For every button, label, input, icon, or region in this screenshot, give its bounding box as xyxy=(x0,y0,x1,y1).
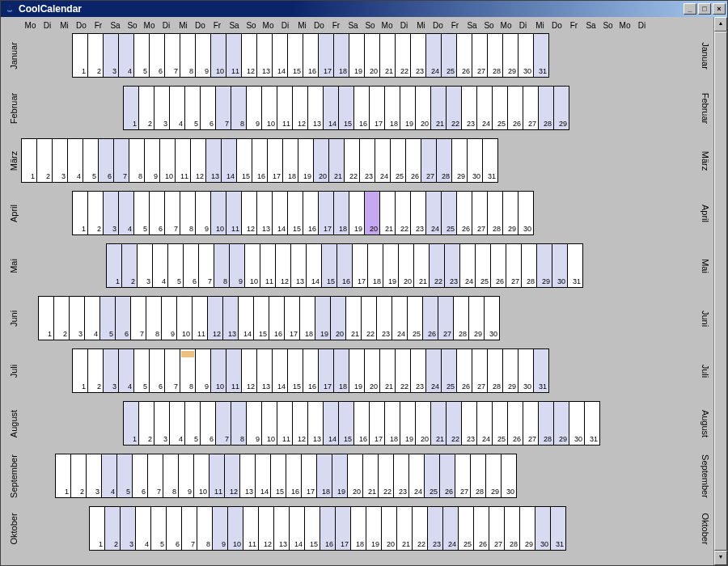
day-cell[interactable]: 25 xyxy=(492,401,508,446)
day-cell[interactable]: 24 xyxy=(425,33,442,78)
day-cell[interactable]: 7 xyxy=(113,138,129,183)
day-cell[interactable]: 28 xyxy=(538,401,554,446)
day-cell[interactable]: 2 xyxy=(138,86,154,130)
day-cell[interactable]: 8 xyxy=(180,348,196,393)
day-cell[interactable]: 21 xyxy=(430,401,447,446)
day-cell[interactable]: 4 xyxy=(84,296,100,340)
day-cell[interactable]: 28 xyxy=(453,296,469,340)
day-cell[interactable]: 6 xyxy=(98,138,114,183)
day-cell[interactable]: 19 xyxy=(349,348,365,393)
day-cell[interactable]: 20 xyxy=(381,506,397,551)
day-cell[interactable]: 29 xyxy=(502,33,518,78)
day-cell[interactable]: 2 xyxy=(138,401,154,446)
day-cell[interactable]: 5 xyxy=(167,243,184,288)
day-cell[interactable]: 10 xyxy=(261,401,277,446)
day-cell[interactable]: 28 xyxy=(487,33,503,78)
day-cell[interactable]: 19 xyxy=(315,296,331,340)
day-cell[interactable]: 18 xyxy=(367,243,383,288)
day-cell[interactable]: 24 xyxy=(425,348,442,393)
day-cell[interactable]: 24 xyxy=(425,191,442,235)
day-cell[interactable]: 15 xyxy=(236,138,252,183)
day-cell[interactable]: 25 xyxy=(458,506,474,551)
day-cell[interactable]: 3 xyxy=(52,138,68,183)
day-cell[interactable]: 8 xyxy=(146,296,162,340)
day-cell[interactable]: 14 xyxy=(306,243,322,288)
day-cell[interactable]: 26 xyxy=(456,191,472,235)
day-cell[interactable]: 23 xyxy=(444,243,460,288)
day-cell[interactable]: 19 xyxy=(349,191,365,235)
day-cell[interactable]: 14 xyxy=(221,138,237,183)
day-cell[interactable]: 1 xyxy=(123,86,139,130)
day-cell[interactable]: 20 xyxy=(330,296,346,340)
day-cell[interactable]: 15 xyxy=(338,401,354,446)
day-cell[interactable]: 8 xyxy=(231,401,247,446)
day-cell[interactable]: 23 xyxy=(410,191,426,235)
day-cell[interactable]: 30 xyxy=(535,506,551,551)
day-cell[interactable]: 14 xyxy=(272,348,288,393)
day-cell[interactable]: 5 xyxy=(83,138,99,183)
day-cell[interactable]: 1 xyxy=(89,506,105,551)
day-cell[interactable]: 6 xyxy=(115,296,131,340)
day-cell[interactable]: 6 xyxy=(200,401,216,446)
day-cell[interactable]: 9 xyxy=(246,86,262,130)
day-cell[interactable]: 5 xyxy=(133,33,150,78)
day-cell[interactable]: 19 xyxy=(332,454,348,498)
day-cell[interactable]: 3 xyxy=(154,86,170,130)
day-cell[interactable]: 16 xyxy=(353,86,370,130)
day-cell[interactable]: 27 xyxy=(523,401,539,446)
day-cell[interactable]: 4 xyxy=(169,401,185,446)
day-cell[interactable]: 10 xyxy=(261,86,277,130)
day-cell[interactable]: 12 xyxy=(224,454,240,498)
day-cell[interactable]: 23 xyxy=(461,401,477,446)
day-cell[interactable]: 7 xyxy=(164,191,180,235)
day-cell[interactable]: 2 xyxy=(87,348,104,393)
day-cell[interactable]: 3 xyxy=(86,454,102,498)
day-cell[interactable]: 13 xyxy=(273,506,290,551)
day-cell[interactable]: 16 xyxy=(286,454,302,498)
day-cell[interactable]: 10 xyxy=(176,296,193,340)
day-cell[interactable]: 25 xyxy=(424,454,440,498)
day-cell[interactable]: 31 xyxy=(567,243,583,288)
day-cell[interactable]: 30 xyxy=(484,296,500,340)
day-cell[interactable]: 4 xyxy=(118,348,134,393)
day-cell[interactable]: 13 xyxy=(222,296,239,340)
day-cell[interactable]: 24 xyxy=(459,243,476,288)
day-cell[interactable]: 24 xyxy=(375,138,391,183)
day-cell[interactable]: 16 xyxy=(269,296,285,340)
day-cell[interactable]: 16 xyxy=(320,506,336,551)
day-cell[interactable]: 21 xyxy=(379,348,396,393)
day-cell[interactable]: 23 xyxy=(427,506,443,551)
day-cell[interactable]: 28 xyxy=(504,506,520,551)
day-cell[interactable]: 3 xyxy=(154,401,170,446)
day-cell[interactable]: 4 xyxy=(118,33,134,78)
day-cell[interactable]: 3 xyxy=(69,296,85,340)
day-cell[interactable]: 6 xyxy=(149,33,165,78)
day-cell[interactable]: 12 xyxy=(292,401,308,446)
day-cell[interactable]: 30 xyxy=(501,454,517,498)
day-cell[interactable]: 15 xyxy=(287,191,303,235)
minimize-button[interactable]: _ xyxy=(684,3,696,15)
day-cell[interactable]: 24 xyxy=(476,86,493,130)
day-cell[interactable]: 15 xyxy=(338,86,354,130)
day-cell[interactable]: 29 xyxy=(502,348,518,393)
day-cell[interactable]: 13 xyxy=(290,243,307,288)
day-cell[interactable]: 9 xyxy=(195,348,211,393)
day-cell[interactable]: 17 xyxy=(318,191,334,235)
day-cell[interactable]: 9 xyxy=(195,33,211,78)
day-cell[interactable]: 6 xyxy=(183,243,199,288)
day-cell[interactable]: 7 xyxy=(181,506,197,551)
day-cell[interactable]: 11 xyxy=(277,86,293,130)
day-cell[interactable]: 19 xyxy=(366,506,382,551)
day-cell[interactable]: 22 xyxy=(446,401,462,446)
day-cell[interactable]: 13 xyxy=(256,33,273,78)
day-cell[interactable]: 27 xyxy=(438,296,454,340)
day-cell[interactable]: 1 xyxy=(72,348,88,393)
day-cell[interactable]: 18 xyxy=(316,454,332,498)
day-cell[interactable]: 25 xyxy=(407,296,423,340)
day-cell[interactable]: 28 xyxy=(436,138,452,183)
day-cell[interactable]: 28 xyxy=(487,348,503,393)
day-cell[interactable]: 19 xyxy=(400,401,416,446)
day-cell[interactable]: 11 xyxy=(226,33,242,78)
day-cell[interactable]: 2 xyxy=(36,138,53,183)
day-cell[interactable]: 3 xyxy=(103,348,119,393)
